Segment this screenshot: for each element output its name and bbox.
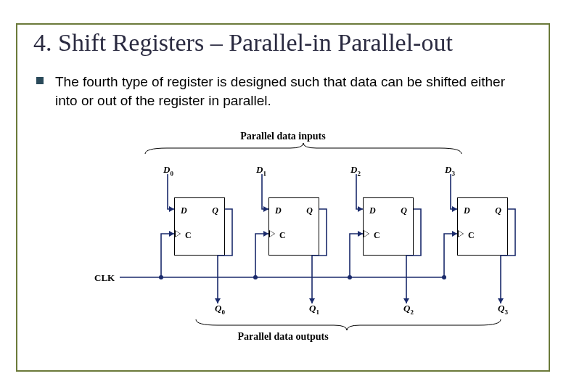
flipflop-0: D Q C [174, 197, 225, 256]
pin-q: Q [212, 205, 218, 216]
output-q3: Q3 [498, 303, 508, 316]
pin-d: D [181, 205, 187, 216]
flipflop-1: D Q C [268, 197, 319, 256]
input-d1: D1 [256, 164, 266, 177]
inputs-label: Parallel data inputs [0, 131, 566, 142]
pin-c: C [279, 230, 286, 241]
pin-c: C [185, 230, 192, 241]
input-d3: D3 [445, 164, 455, 177]
flipflop-2: D Q C [363, 197, 414, 256]
bullet-icon [36, 77, 44, 84]
pin-d: D [369, 205, 376, 216]
flipflop-3: D Q C [457, 197, 508, 256]
output-q2: Q2 [403, 303, 414, 316]
pin-c: C [374, 230, 380, 241]
slide-title: 4. Shift Registers – Parallel-in Paralle… [33, 29, 453, 57]
input-d0: D0 [163, 164, 173, 177]
pin-c: C [468, 230, 475, 241]
output-q0: Q0 [215, 303, 225, 316]
pin-q: Q [495, 205, 501, 216]
input-d2: D2 [350, 164, 361, 177]
pin-d: D [464, 205, 470, 216]
body-text: The fourth type of register is designed … [55, 73, 527, 110]
pin-q: Q [401, 205, 407, 216]
pin-d: D [275, 205, 282, 216]
output-q1: Q1 [309, 303, 319, 316]
pin-q: Q [306, 205, 313, 216]
clk-label: CLK [94, 272, 115, 284]
outputs-label: Parallel data outputs [0, 331, 566, 343]
